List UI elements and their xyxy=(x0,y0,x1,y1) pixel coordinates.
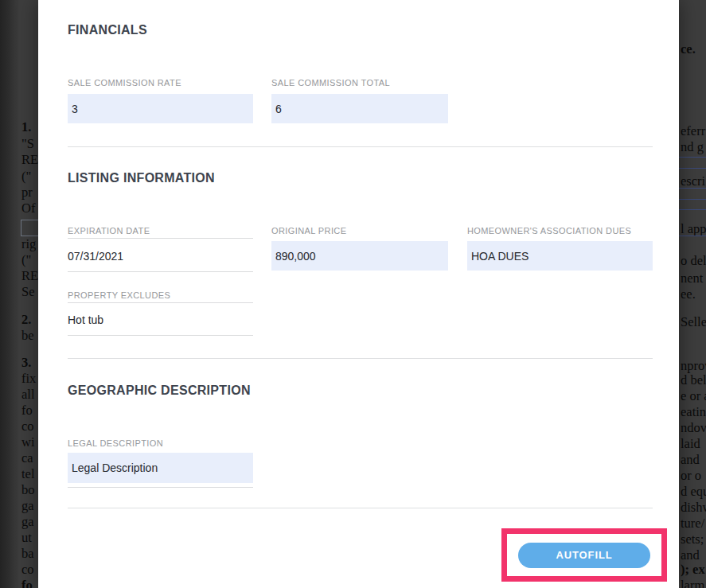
field-underline xyxy=(68,238,253,239)
field-underline xyxy=(68,302,253,303)
doc-text-fragment: laid xyxy=(681,436,700,452)
autofill-form-modal: FINANCIALS SALE COMMISSION RATE SALE COM… xyxy=(38,0,679,588)
doc-text-fragment: 2. xyxy=(21,312,31,328)
doc-text-fragment: ca xyxy=(21,450,33,466)
background-document-left: 1."SRE("prOfrig("RESe2.be3.fixallfocowic… xyxy=(0,0,38,588)
section-divider xyxy=(68,358,653,359)
property-excludes-field[interactable]: Hot tub xyxy=(68,306,253,335)
autofill-highlight-annotation: AUTOFILL xyxy=(501,528,667,582)
doc-text-fragment: co xyxy=(21,562,34,578)
doc-field-underline xyxy=(679,236,706,236)
doc-text-fragment: co xyxy=(21,419,34,434)
doc-text-fragment: (" xyxy=(21,252,31,268)
doc-text-fragment: RE xyxy=(21,152,38,168)
section-title-geographic-description: GEOGRAPHIC DESCRIPTION xyxy=(68,384,251,398)
field-label-legal-description: LEGAL DESCRIPTION xyxy=(68,438,163,448)
doc-field-underline xyxy=(679,188,706,189)
field-label-sale-commission-total: SALE COMMISSION TOTAL xyxy=(271,78,390,88)
section-title-financials: FINANCIALS xyxy=(68,23,147,37)
section-divider xyxy=(68,508,653,508)
doc-field-underline xyxy=(679,168,706,169)
doc-text-fragment: eatin xyxy=(681,404,706,420)
field-label-property-excludes: PROPERTY EXCLUDES xyxy=(68,290,170,300)
legal-description-input[interactable] xyxy=(68,453,253,483)
doc-text-fragment: 3. xyxy=(21,355,31,371)
doc-text-fragment: rig xyxy=(21,236,36,252)
doc-text-fragment: Seller, xyxy=(681,314,706,330)
doc-text-fragment: RE xyxy=(21,268,38,284)
doc-text-fragment: fix xyxy=(21,371,36,387)
field-underline xyxy=(68,487,253,488)
section-divider xyxy=(68,146,653,147)
doc-text-fragment: fo xyxy=(21,578,33,588)
doc-text-fragment: eferr xyxy=(681,123,705,139)
doc-text-fragment: pr xyxy=(21,185,33,201)
doc-text-fragment: larm xyxy=(681,578,704,588)
doc-text-fragment: ga xyxy=(21,498,34,514)
hoa-dues-input[interactable] xyxy=(467,241,653,271)
doc-field-underline xyxy=(679,209,706,210)
field-label-sale-commission-rate: SALE COMMISSION RATE xyxy=(68,78,181,88)
doc-text-fragment: escri xyxy=(681,173,705,189)
autofill-button[interactable]: AUTOFILL xyxy=(518,543,650,568)
sale-commission-total-input[interactable] xyxy=(271,94,448,123)
doc-text-fragment: ndov xyxy=(681,420,706,436)
doc-field-underline xyxy=(679,157,706,158)
doc-text-fragment: bo xyxy=(21,482,35,498)
doc-text-fragment: tel xyxy=(21,466,35,482)
doc-text-fragment: e or a xyxy=(681,388,706,404)
doc-text-fragment: sets; xyxy=(681,532,704,547)
doc-text-fragment: be xyxy=(21,328,34,344)
doc-field-box xyxy=(21,220,38,236)
doc-text-fragment: (" xyxy=(21,169,31,185)
doc-text-fragment: ga xyxy=(21,514,34,530)
doc-text-fragment: wi xyxy=(21,434,35,450)
sale-commission-rate-input[interactable] xyxy=(68,94,253,123)
doc-text-fragment: ); ex xyxy=(681,562,705,578)
field-label-hoa-dues: HOMEOWNER'S ASSOCIATION DUES xyxy=(467,226,631,236)
doc-text-fragment: nent xyxy=(681,271,703,286)
doc-text-fragment: and xyxy=(681,547,700,563)
field-label-expiration-date: EXPIRATION DATE xyxy=(68,226,150,236)
doc-text-fragment: fo xyxy=(21,403,33,419)
doc-text-fragment: ut xyxy=(21,530,32,546)
field-underline xyxy=(68,271,253,272)
doc-text-fragment: l app xyxy=(681,221,706,237)
doc-text-fragment: ee. xyxy=(681,286,696,302)
doc-text-fragment: "S xyxy=(21,136,34,152)
doc-text-fragment: and xyxy=(681,452,700,468)
doc-text-fragment: o del xyxy=(681,253,706,269)
doc-text-fragment: ture/ xyxy=(681,516,704,532)
doc-text-fragment: Se xyxy=(21,284,35,300)
section-title-listing-information: LISTING INFORMATION xyxy=(68,171,215,185)
doc-text-fragment: Of xyxy=(21,201,35,216)
doc-text-fragment: dishw xyxy=(681,500,706,516)
doc-text-fragment: d equ xyxy=(681,484,706,500)
background-document-right: ce.eferrnd gescril appo delnentee.Seller… xyxy=(679,0,706,588)
doc-text-fragment: or o xyxy=(681,468,701,484)
doc-text-fragment: 1. xyxy=(21,119,31,135)
doc-text-fragment: nd g xyxy=(681,139,704,155)
field-underline xyxy=(68,335,253,336)
doc-text-fragment: d bel xyxy=(681,372,706,388)
original-price-input[interactable] xyxy=(271,241,448,271)
doc-text-fragment: ce. xyxy=(681,41,696,57)
doc-text-fragment: nprov xyxy=(681,358,706,374)
doc-text-fragment: ba xyxy=(21,546,34,562)
doc-field-underline xyxy=(679,199,706,200)
doc-text-fragment: all xyxy=(21,387,35,403)
expiration-date-field[interactable]: 07/31/2021 xyxy=(68,242,253,271)
field-label-original-price: ORIGINAL PRICE xyxy=(271,226,346,236)
